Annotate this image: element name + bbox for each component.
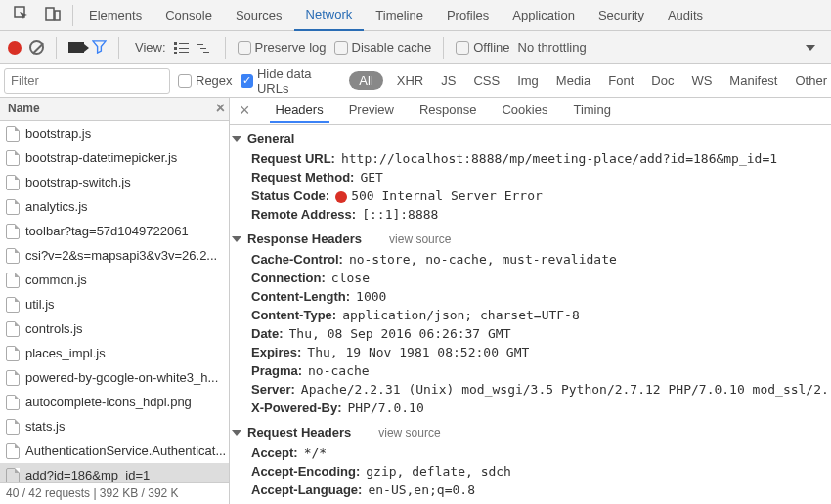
request-row[interactable]: add?id=186&mp_id=1 (0, 463, 229, 482)
details-tab-cookies[interactable]: Cookies (496, 99, 553, 123)
tab-timeline[interactable]: Timeline (364, 0, 435, 31)
request-row[interactable]: csi?v=2&s=mapsapi3&v3v=26.2... (0, 243, 229, 268)
section-title: General (247, 131, 294, 146)
details-tab-timing[interactable]: Timing (567, 99, 617, 123)
section-header[interactable]: Response Headersview source (230, 228, 831, 250)
tab-console[interactable]: Console (153, 0, 224, 31)
status-error-icon (335, 191, 347, 203)
kv-value: Thu, 19 Nov 1981 08:52:00 GMT (307, 345, 529, 359)
details-tab-headers[interactable]: Headers (270, 99, 329, 123)
filter-type-other[interactable]: Other (791, 73, 831, 88)
kv-key: Date: (251, 326, 284, 341)
request-row[interactable]: toolbar?tag=57d1049722061 (0, 219, 229, 243)
filter-type-js[interactable]: JS (437, 73, 459, 88)
request-row[interactable]: AuthenticationService.Authenticat... (0, 439, 229, 463)
kv-row: Expires:Thu, 19 Nov 1981 08:52:00 GMT (251, 343, 831, 361)
tab-audits[interactable]: Audits (656, 0, 715, 31)
file-icon (6, 395, 20, 410)
disclosure-triangle-icon[interactable] (232, 430, 241, 436)
offline-checkbox[interactable]: Offline (456, 40, 509, 55)
preserve-log-checkbox[interactable]: Preserve log (238, 40, 327, 55)
request-name: toolbar?tag=57d1049722061 (25, 224, 189, 238)
filter-type-img[interactable]: Img (513, 73, 543, 88)
inspect-icon[interactable] (6, 2, 37, 28)
disable-cache-checkbox[interactable]: Disable cache (334, 40, 432, 55)
request-row[interactable]: powered-by-google-on-white3_h... (0, 365, 229, 390)
kv-key: Request URL: (251, 151, 335, 166)
svg-rect-5 (174, 47, 177, 50)
kv-key: Accept: (251, 445, 298, 460)
disclosure-triangle-icon[interactable] (232, 136, 241, 142)
view-source-link[interactable]: view source (378, 426, 440, 440)
close-details-icon[interactable]: × (234, 101, 256, 121)
hide-data-urls-checkbox[interactable]: Hide data URLs (241, 66, 342, 96)
file-icon (6, 321, 20, 337)
name-column-header[interactable]: Name × (0, 98, 229, 121)
request-row[interactable]: bootstrap.js (0, 121, 229, 146)
close-pane-icon[interactable]: × (216, 100, 225, 117)
filter-type-media[interactable]: Media (552, 73, 594, 88)
request-row[interactable]: controls.js (0, 316, 229, 341)
view-mode-icons[interactable] (174, 42, 213, 54)
main-tabs: ElementsConsoleSourcesNetworkTimelinePro… (0, 0, 831, 31)
clear-button[interactable] (29, 40, 44, 55)
tab-security[interactable]: Security (587, 0, 656, 31)
kv-value: Apache/2.2.31 (Unix) mod_wsgi/3.5 Python… (301, 382, 829, 397)
details-tab-response[interactable]: Response (414, 99, 483, 123)
details-tabs: × HeadersPreviewResponseCookiesTiming (230, 98, 831, 125)
filter-type-font[interactable]: Font (604, 73, 637, 88)
request-name: analytics.js (25, 199, 88, 214)
device-icon[interactable] (37, 2, 68, 28)
tab-sources[interactable]: Sources (224, 0, 294, 31)
record-button[interactable] (8, 41, 22, 55)
filter-type-doc[interactable]: Doc (647, 73, 678, 88)
kv-value: GET (360, 170, 382, 185)
filter-input[interactable] (4, 68, 170, 94)
kv-row: Accept-Language:en-US,en;q=0.8 (251, 481, 831, 499)
request-row[interactable]: util.js (0, 292, 229, 316)
filter-toggle-icon[interactable] (92, 39, 107, 57)
tab-network[interactable]: Network (294, 0, 365, 31)
request-row[interactable]: bootstrap-switch.js (0, 170, 229, 194)
section-request-headers: Request Headersview sourceAccept:*/*Acce… (230, 419, 831, 501)
kv-row: X-Powered-By:PHP/7.0.10 (251, 399, 831, 417)
divider (56, 37, 57, 59)
file-icon (6, 346, 20, 361)
request-row[interactable]: analytics.js (0, 194, 229, 219)
filter-type-ws[interactable]: WS (687, 73, 716, 88)
kv-row: Remote Address:[::1]:8888 (251, 205, 831, 224)
kv-value: application/json; charset=UTF-8 (342, 308, 580, 322)
divider (225, 37, 226, 59)
request-name: autocomplete-icons_hdpi.png (25, 395, 192, 409)
tab-elements[interactable]: Elements (77, 0, 153, 31)
capture-screenshots-icon[interactable] (68, 42, 84, 53)
request-row[interactable]: places_impl.js (0, 341, 229, 365)
tab-profiles[interactable]: Profiles (435, 0, 501, 31)
file-icon (6, 224, 20, 239)
filter-type-xhr[interactable]: XHR (393, 73, 427, 88)
section-header[interactable]: Request Headersview source (230, 421, 831, 443)
svg-rect-10 (200, 48, 206, 49)
filter-type-all[interactable]: All (349, 71, 382, 90)
section-header[interactable]: General (230, 127, 831, 149)
kv-row: Pragma:no-cache (251, 361, 831, 380)
filter-type-css[interactable]: CSS (469, 73, 503, 88)
request-row[interactable]: common.js (0, 268, 229, 292)
kv-key: Connection: (251, 271, 326, 285)
filter-type-manifest[interactable]: Manifest (725, 73, 781, 88)
request-name: stats.js (25, 419, 65, 434)
file-icon (6, 370, 20, 386)
request-row[interactable]: bootstrap-datetimepicker.js (0, 146, 229, 170)
regex-checkbox[interactable]: Regex (178, 73, 233, 88)
request-row[interactable]: stats.js (0, 414, 229, 439)
view-source-link[interactable]: view source (389, 232, 451, 246)
request-row[interactable]: autocomplete-icons_hdpi.png (0, 390, 229, 414)
divider (443, 37, 444, 59)
throttle-caret-icon[interactable] (806, 45, 815, 51)
svg-rect-11 (203, 52, 209, 53)
details-tab-preview[interactable]: Preview (343, 99, 400, 123)
tab-application[interactable]: Application (501, 0, 587, 31)
offline-label: Offline (473, 40, 509, 55)
disclosure-triangle-icon[interactable] (232, 236, 241, 242)
throttle-select[interactable]: No throttling (518, 40, 587, 55)
